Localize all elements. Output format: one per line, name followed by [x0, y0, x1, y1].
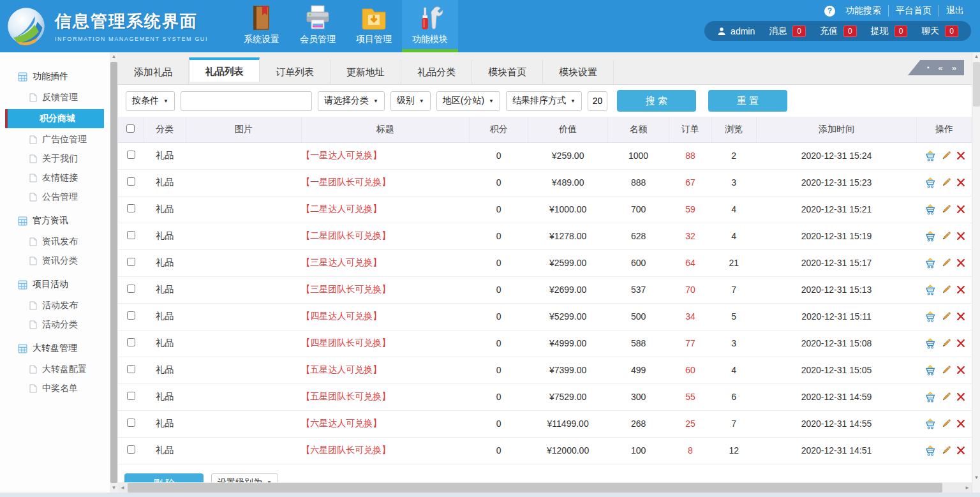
gift-title-link[interactable]: 【五星达人可兑换】 [301, 364, 382, 375]
top-link-1[interactable]: 平台首页 [888, 5, 939, 17]
gift-title-link[interactable]: 【二星团队长可兑换】 [301, 230, 390, 241]
row-checkbox[interactable] [127, 204, 135, 212]
delete-icon[interactable] [956, 419, 965, 428]
edit-icon[interactable] [941, 311, 951, 322]
sidebar-item-1-0[interactable]: 资讯发布 [0, 232, 110, 251]
delete-icon[interactable] [956, 366, 965, 375]
tabs-prev-icon[interactable]: « [939, 64, 943, 72]
scrollbar-thumb[interactable] [110, 62, 117, 483]
edit-icon[interactable] [941, 177, 951, 188]
category-select[interactable]: 请选择分类▼ [318, 91, 385, 111]
row-checkbox[interactable] [127, 365, 135, 373]
logo-link[interactable]: 信息管理系统界面 INFORMATION MANAGEMENT SYSTEM G… [0, 0, 208, 52]
hscrollbar-thumb[interactable] [128, 483, 942, 493]
scrollbar-thumb[interactable] [973, 62, 980, 107]
tabs-next-icon[interactable]: » [952, 64, 956, 72]
edit-icon[interactable] [941, 285, 951, 295]
sidebar-item-1-1[interactable]: 资讯分类 [0, 251, 110, 271]
tab-6[interactable]: 模块设置 [543, 60, 614, 84]
edit-icon[interactable] [941, 258, 951, 268]
tab-list-icon[interactable]: ▪ [927, 64, 930, 71]
tab-1[interactable]: 礼品列表 [189, 57, 260, 82]
edit-icon[interactable] [941, 338, 951, 348]
page-size-input[interactable] [588, 91, 607, 111]
top-link-0[interactable]: 功能搜索 [838, 5, 888, 17]
delete-icon[interactable] [956, 205, 965, 214]
cart-icon[interactable] [924, 311, 936, 322]
condition-select[interactable]: 按条件▼ [126, 91, 175, 111]
gift-title-link[interactable]: 【三星达人可兑换】 [301, 257, 382, 267]
delete-icon[interactable] [956, 446, 965, 455]
user-stat-3[interactable]: 聊天0 [921, 26, 958, 37]
cart-icon[interactable] [924, 231, 936, 242]
cart-icon[interactable] [924, 392, 936, 403]
delete-icon[interactable] [956, 392, 965, 401]
gift-title-link[interactable]: 【五星团队长可兑换】 [301, 391, 390, 401]
cart-icon[interactable] [924, 285, 936, 295]
cart-icon[interactable] [924, 258, 936, 269]
nav-item-3[interactable]: 功能模块 [402, 0, 458, 52]
sidebar-group-0[interactable]: 功能插件 [18, 69, 110, 84]
cart-icon[interactable] [924, 151, 936, 161]
gift-title-link[interactable]: 【六星团队长可兑换】 [301, 445, 390, 455]
sidebar-item-3-1[interactable]: 中奖名单 [0, 379, 110, 398]
delete-icon[interactable] [956, 312, 965, 321]
sidebar-item-2-0[interactable]: 活动发布 [0, 296, 110, 315]
gift-title-link[interactable]: 【一星团队长可兑换】 [301, 177, 390, 187]
scroll-down-icon[interactable]: ▼ [972, 475, 980, 480]
gift-title-link[interactable]: 【四星团队长可兑换】 [301, 338, 390, 348]
nav-item-1[interactable]: 会员管理 [290, 0, 346, 52]
sidebar-item-0-1[interactable]: 积分商城 [5, 109, 104, 128]
edit-icon[interactable] [941, 445, 951, 456]
sidebar-group-3[interactable]: 大转盘管理 [18, 341, 110, 356]
edit-icon[interactable] [941, 151, 951, 161]
tab-5[interactable]: 模块首页 [472, 60, 543, 84]
user-stat-1[interactable]: 充值0 [820, 26, 857, 37]
sidebar-item-0-5[interactable]: 公告管理 [0, 188, 110, 207]
edit-icon[interactable] [941, 204, 951, 214]
sort-select[interactable]: 结果排序方式▼ [506, 91, 582, 111]
row-checkbox[interactable] [127, 258, 135, 266]
row-checkbox[interactable] [127, 392, 135, 400]
cart-icon[interactable] [924, 204, 936, 215]
scroll-down-icon[interactable]: ▼ [110, 485, 118, 491]
user-stat-0[interactable]: 消息0 [769, 26, 806, 37]
sidebar-item-2-1[interactable]: 活动分类 [0, 315, 110, 334]
reset-button[interactable]: 重 置 [708, 90, 787, 112]
gift-title-link[interactable]: 【二星达人可兑换】 [301, 204, 382, 214]
help-icon[interactable]: ? [824, 6, 835, 17]
sidebar-item-0-0[interactable]: 反馈管理 [0, 88, 110, 107]
user-menu[interactable]: admin [717, 26, 755, 36]
keyword-input[interactable] [181, 91, 312, 111]
gift-title-link[interactable]: 【六星达人可兑换】 [301, 418, 382, 428]
edit-icon[interactable] [941, 231, 951, 241]
tab-3[interactable]: 更新地址 [330, 60, 401, 84]
nav-item-0[interactable]: 系统设置 [234, 0, 290, 52]
level-select[interactable]: 级别▼ [390, 91, 431, 111]
top-link-2[interactable]: 退出 [939, 5, 971, 17]
delete-icon[interactable] [956, 178, 965, 187]
scroll-up-icon[interactable]: ▲ [972, 54, 980, 59]
scroll-up-icon[interactable]: ▲ [110, 54, 118, 59]
row-checkbox[interactable] [127, 231, 135, 239]
row-checkbox[interactable] [127, 177, 135, 186]
sidebar-group-2[interactable]: 项目活动 [18, 277, 110, 292]
sidebar-item-0-3[interactable]: 关于我们 [0, 149, 110, 168]
scroll-right-icon[interactable]: ► [963, 482, 972, 493]
region-select[interactable]: 地区(分站)▼ [436, 91, 500, 111]
edit-icon[interactable] [941, 365, 951, 375]
cart-icon[interactable] [924, 419, 936, 429]
sidebar-item-3-0[interactable]: 大转盘配置 [0, 360, 110, 379]
delete-icon[interactable] [956, 232, 965, 241]
gift-title-link[interactable]: 【四星达人可兑换】 [301, 311, 382, 321]
gift-title-link[interactable]: 【一星达人可兑换】 [301, 150, 382, 160]
sidebar-item-0-2[interactable]: 广告位管理 [0, 130, 110, 149]
cart-icon[interactable] [924, 365, 936, 376]
sidebar-item-0-4[interactable]: 友情链接 [0, 168, 110, 188]
tab-4[interactable]: 礼品分类 [401, 60, 472, 84]
delete-icon[interactable] [956, 285, 965, 294]
cart-icon[interactable] [924, 445, 936, 456]
search-button[interactable]: 搜 索 [617, 90, 696, 112]
row-checkbox[interactable] [127, 419, 135, 427]
cart-icon[interactable] [924, 338, 936, 349]
